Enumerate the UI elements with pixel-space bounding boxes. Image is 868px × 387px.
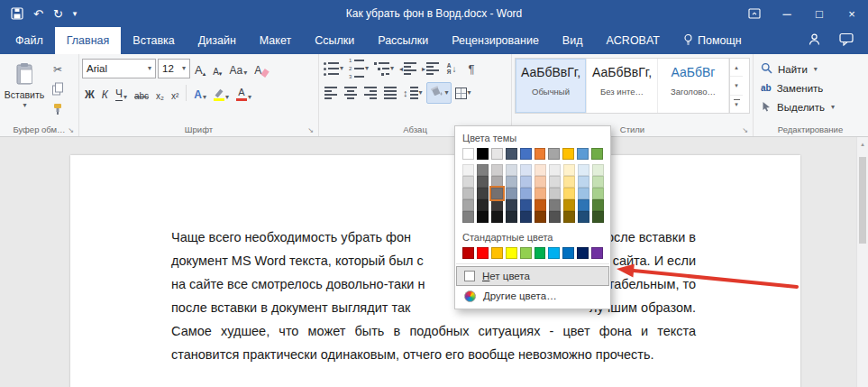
find-button[interactable]: Найти ▾ — [756, 60, 864, 78]
theme-variant-swatch[interactable] — [462, 176, 474, 188]
theme-color-swatch[interactable] — [535, 148, 546, 160]
numbering-button[interactable]: 123 ▾ — [347, 59, 370, 78]
customize-quick-access-icon[interactable]: ▾ — [73, 9, 78, 18]
theme-variant-swatch[interactable] — [535, 211, 546, 223]
borders-button[interactable]: ▾ — [453, 83, 473, 103]
theme-variant-swatch[interactable] — [462, 199, 474, 211]
style-heading1[interactable]: АаБбВг Заголово… — [658, 59, 729, 113]
bullets-button[interactable]: ▾ — [322, 59, 345, 78]
theme-variant-swatch[interactable] — [535, 164, 546, 176]
font-dialog-launcher-icon[interactable]: ↘ — [307, 127, 314, 134]
shading-button[interactable]: ▾ — [426, 82, 452, 104]
tab-view[interactable]: Вид — [551, 27, 595, 54]
increase-indent-button[interactable]: ▸ — [420, 59, 441, 78]
minimize-button[interactable]: ─ — [771, 0, 803, 27]
strikethrough-button[interactable]: abc — [132, 83, 151, 103]
account-icon[interactable] — [808, 32, 821, 50]
theme-color-swatch[interactable] — [462, 148, 474, 160]
theme-variant-swatch[interactable] — [592, 176, 604, 188]
theme-variant-swatch[interactable] — [491, 176, 503, 188]
scroll-up-icon[interactable]: ▴ — [857, 141, 868, 148]
format-painter-icon[interactable] — [49, 100, 67, 117]
tab-tell-me[interactable]: Помощн — [672, 27, 754, 54]
tab-insert[interactable]: Вставка — [121, 27, 186, 54]
theme-variant-swatch[interactable] — [506, 176, 517, 188]
gallery-more-icon[interactable]: ▾ — [730, 96, 743, 113]
theme-variant-swatch[interactable] — [535, 188, 546, 199]
theme-variant-swatch[interactable] — [462, 211, 474, 223]
scrollbar-thumb[interactable] — [859, 157, 866, 244]
theme-variant-swatch[interactable] — [578, 176, 589, 188]
align-center-button[interactable] — [342, 83, 360, 103]
theme-variant-swatch[interactable] — [506, 188, 517, 199]
cut-icon[interactable]: ✂ — [49, 60, 67, 78]
sort-button[interactable]: АЯ↓ — [443, 59, 461, 78]
theme-variant-swatch[interactable] — [462, 164, 474, 176]
tab-review[interactable]: Рецензирование — [440, 27, 551, 54]
theme-variant-swatch[interactable] — [592, 211, 604, 223]
standard-color-swatch[interactable] — [506, 247, 517, 259]
theme-variant-swatch[interactable] — [563, 211, 575, 223]
show-formatting-marks-button[interactable]: ¶ — [462, 59, 480, 78]
standard-color-swatch[interactable] — [535, 247, 546, 259]
styles-dialog-launcher-icon[interactable]: ↘ — [742, 127, 748, 134]
theme-variant-swatch[interactable] — [520, 188, 532, 199]
theme-variant-swatch[interactable] — [578, 199, 589, 211]
tab-mailings[interactable]: Рассылки — [366, 27, 440, 54]
text-highlight-button[interactable]: ▾ — [211, 83, 232, 103]
standard-color-swatch[interactable] — [462, 247, 474, 259]
decrease-indent-button[interactable]: ◂ — [397, 59, 418, 78]
grow-font-button[interactable]: А▴ — [192, 59, 208, 78]
theme-variant-swatch[interactable] — [535, 199, 546, 211]
italic-button[interactable]: К — [99, 83, 111, 103]
select-button[interactable]: Выделить ▾ — [756, 97, 864, 116]
theme-variant-swatch[interactable] — [563, 188, 575, 199]
paste-button[interactable]: Вставить ▾ — [3, 59, 46, 122]
theme-variant-swatch[interactable] — [477, 164, 489, 176]
theme-variant-swatch[interactable] — [563, 164, 575, 176]
theme-color-swatch[interactable] — [506, 148, 517, 160]
theme-color-swatch[interactable] — [477, 148, 489, 160]
tab-file[interactable]: Файл — [4, 27, 55, 54]
theme-variant-swatch[interactable] — [592, 199, 604, 211]
standard-color-swatch[interactable] — [477, 247, 489, 259]
font-size-combobox[interactable]: 12 ▾ — [158, 59, 190, 78]
theme-color-swatch[interactable] — [577, 148, 589, 160]
subscript-button[interactable]: x₂ — [153, 83, 167, 103]
theme-variant-swatch[interactable] — [477, 199, 489, 211]
standard-color-swatch[interactable] — [591, 247, 603, 259]
theme-variant-swatch[interactable] — [549, 176, 561, 188]
theme-variant-swatch[interactable] — [520, 176, 532, 188]
theme-variant-swatch[interactable] — [592, 188, 604, 199]
theme-variant-swatch[interactable] — [578, 211, 589, 223]
font-name-combobox[interactable]: Arial ▾ — [82, 59, 156, 78]
style-no-spacing[interactable]: АаБбВвГг, Без инте… — [587, 59, 658, 113]
theme-variant-swatch[interactable] — [535, 176, 546, 188]
theme-variant-swatch[interactable] — [563, 176, 575, 188]
theme-variant-swatch[interactable] — [477, 176, 489, 188]
theme-variant-swatch[interactable] — [549, 188, 561, 199]
align-right-button[interactable] — [361, 83, 379, 103]
change-case-button[interactable]: Аа▾ — [226, 59, 250, 78]
text-effects-button[interactable]: А▾ — [191, 83, 209, 103]
theme-variant-swatch[interactable] — [491, 164, 503, 176]
standard-color-swatch[interactable] — [548, 247, 560, 259]
standard-color-swatch[interactable] — [577, 247, 589, 259]
theme-color-swatch[interactable] — [562, 148, 574, 160]
font-color-button[interactable]: А ▾ — [233, 83, 254, 103]
theme-variant-swatch[interactable] — [477, 188, 489, 199]
justify-button[interactable] — [381, 83, 399, 103]
theme-variant-swatch[interactable] — [549, 164, 561, 176]
clear-formatting-button[interactable]: А — [251, 59, 270, 78]
tab-home[interactable]: Главная — [55, 27, 122, 54]
style-normal[interactable]: АаБбВвГг, Обычный — [516, 59, 587, 113]
standard-color-swatch[interactable] — [491, 247, 503, 259]
theme-variant-swatch[interactable] — [462, 188, 474, 199]
clipboard-dialog-launcher-icon[interactable]: ↘ — [68, 127, 74, 134]
theme-variant-swatch[interactable] — [520, 164, 532, 176]
vertical-scrollbar[interactable]: ▴ — [856, 137, 868, 387]
undo-icon[interactable]: ↶ — [33, 7, 43, 21]
theme-variant-swatch[interactable] — [549, 199, 561, 211]
superscript-button[interactable]: x² — [169, 83, 181, 103]
standard-color-swatch[interactable] — [520, 247, 532, 259]
